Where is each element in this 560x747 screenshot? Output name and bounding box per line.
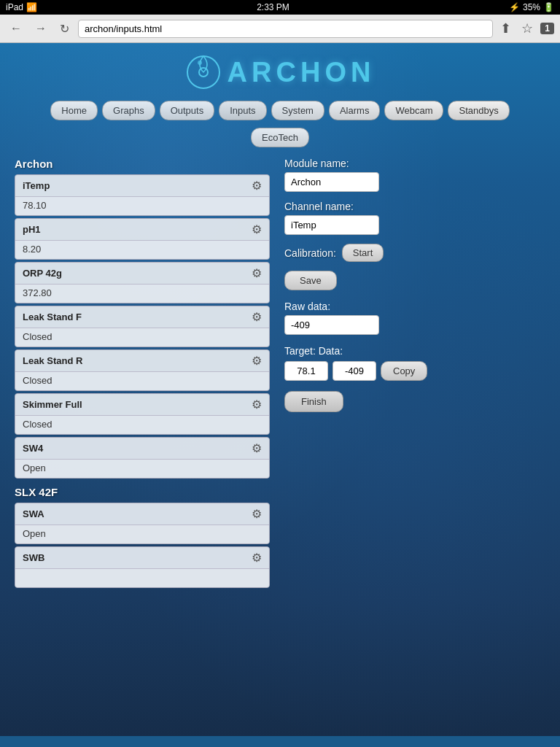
sensor-swa-gear[interactable]: ⚙ [252,507,262,521]
archon-section-title: Archon [15,158,270,170]
sensor-swb-value [15,569,269,587]
copy-button[interactable]: Copy [381,361,427,381]
sensor-sw4-value: Open [15,460,269,478]
sensor-sw4-name: SW4 [23,443,43,454]
module-name-input[interactable] [284,172,379,192]
sensor-swa-name: SWA [23,508,44,519]
target-data-row: Copy [284,361,545,381]
nav-webcam[interactable]: Webcam [384,101,443,120]
nav-ecotech[interactable]: EcoTech [251,128,309,147]
sensor-leak-stand-f-value: Closed [15,328,269,347]
sensor-orp42g-gear[interactable]: ⚙ [252,266,262,280]
sensor-sw4-gear[interactable]: ⚙ [252,441,262,455]
sensor-ph1-value: 8.20 [15,241,269,259]
address-bar[interactable] [78,20,493,38]
browser-chrome: ← → ↻ ⬆ ☆ 1 [0,15,560,43]
svg-point-0 [187,56,219,88]
carrier-label: iPad [6,2,23,12]
sensor-swa-value: Open [15,525,269,543]
share-icon[interactable]: ⬆ [497,19,514,38]
sensor-leak-stand-r-value: Closed [15,372,269,390]
sensor-orp42g: ORP 42g ⚙ 372.80 [15,262,270,303]
sensor-itemp: iTemp ⚙ 78.10 [15,174,270,216]
nav-home[interactable]: Home [50,101,98,120]
nav-standbys[interactable]: Standbys [448,101,509,120]
sensor-sw4: SW4 ⚙ Open [15,437,270,479]
nav-sub-bar: EcoTech [0,125,560,150]
tab-count-badge[interactable]: 1 [540,23,554,34]
sensor-ph1: pH1 ⚙ 8.20 [15,218,270,260]
sensor-leak-stand-f-name: Leak Stand F [23,311,82,322]
bookmark-icon[interactable]: ☆ [518,19,536,38]
raw-data-label: Raw data: [284,301,545,312]
nav-graphs[interactable]: Graphs [102,101,155,120]
nav-system[interactable]: System [271,101,324,120]
channel-name-label: Channel name: [284,201,545,212]
back-button[interactable]: ← [6,20,26,36]
data-value-input[interactable] [332,361,376,381]
sensor-skimmer-full-name: Skimmer Full [23,399,82,410]
reload-button[interactable]: ↻ [55,20,74,37]
nav-alarms[interactable]: Alarms [329,101,380,120]
battery-icon: 🔋 [543,2,554,12]
sensor-swb-name: SWB [23,552,44,563]
sensor-itemp-value: 78.10 [15,197,269,215]
main-content: Archon iTemp ⚙ 78.10 pH1 ⚙ 8.20 [0,150,560,597]
sensor-swa: SWA ⚙ Open [15,503,270,544]
channel-name-input[interactable] [284,215,379,235]
sensor-swb-gear[interactable]: ⚙ [252,551,262,565]
save-button[interactable]: Save [284,271,337,290]
sensor-swb: SWB ⚙ [15,546,270,588]
target-value-input[interactable] [284,361,328,381]
logo-text: ARCHON [228,57,376,88]
time-display: 2:33 PM [257,2,289,12]
svg-point-1 [199,68,208,77]
target-data-label: Target: Data: [284,345,545,357]
page-background: ARCHON Home Graphs Outputs Inputs System… [0,43,560,736]
forward-button[interactable]: → [31,20,51,36]
wifi-icon: 📶 [26,2,37,12]
calibration-row: Calibration: Start [284,244,545,262]
sensor-itemp-gear[interactable]: ⚙ [252,179,262,193]
nav-outputs[interactable]: Outputs [160,101,215,120]
right-panel: Module name: Channel name: Calibration: … [270,158,545,590]
sensor-ph1-name: pH1 [23,224,41,235]
sensor-leak-stand-r-name: Leak Stand R [23,355,82,366]
battery-label: 35% [523,2,540,12]
sensor-leak-stand-r-gear[interactable]: ⚙ [252,354,262,368]
nav-bar: Home Graphs Outputs Inputs System Alarms… [0,96,560,125]
calibration-start-button[interactable]: Start [342,244,384,262]
sensor-orp42g-value: 372.80 [15,285,269,303]
slx-section-title: SLX 42F [15,486,270,498]
raw-data-input[interactable] [284,315,379,335]
sensor-skimmer-full-gear[interactable]: ⚙ [252,398,262,411]
sensor-leak-stand-r: Leak Stand R ⚙ Closed [15,349,270,391]
sensor-leak-stand-f-gear[interactable]: ⚙ [252,310,262,324]
sensor-leak-stand-f: Leak Stand F ⚙ Closed [15,306,270,347]
sensor-ph1-gear[interactable]: ⚙ [252,222,262,236]
finish-button[interactable]: Finish [284,391,343,412]
module-name-label: Module name: [284,158,545,169]
calibration-label: Calibration: [284,247,336,259]
sensor-skimmer-full: Skimmer Full ⚙ Closed [15,393,270,435]
sensor-orp42g-name: ORP 42g [23,268,62,279]
svg-point-2 [198,61,202,65]
bluetooth-icon: ⚡ [509,2,520,12]
sensor-skimmer-full-value: Closed [15,416,269,434]
logo-area: ARCHON [0,43,560,96]
left-panel: Archon iTemp ⚙ 78.10 pH1 ⚙ 8.20 [15,158,270,590]
sensor-itemp-name: iTemp [23,180,50,191]
nav-inputs[interactable]: Inputs [219,101,266,120]
logo-icon [185,54,222,90]
status-bar: iPad 📶 2:33 PM ⚡ 35% 🔋 [0,0,560,15]
